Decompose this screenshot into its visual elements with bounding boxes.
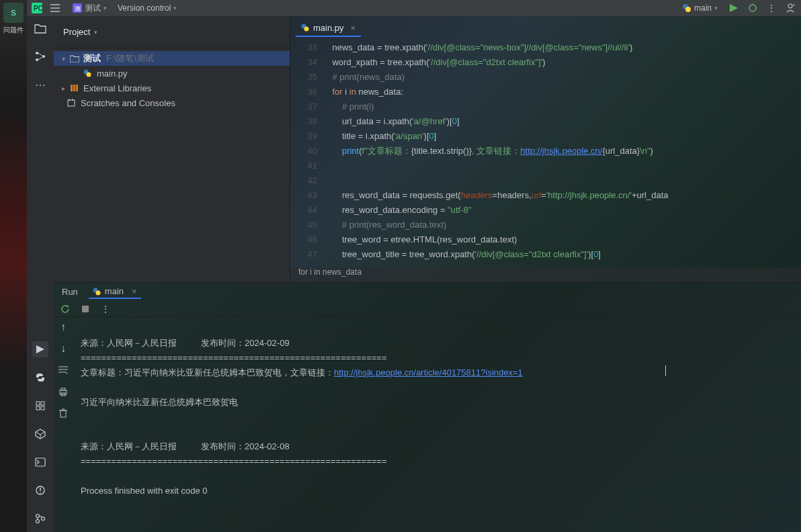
project-header-label: Project (63, 27, 90, 37)
chevron-down-icon: ▾ (59, 55, 67, 62)
run-tab-main[interactable]: main × (89, 285, 141, 299)
problems-tool-icon[interactable] (32, 482, 48, 498)
run-panel-title: Run (62, 287, 78, 297)
run-panel: Run main × ⋮ ↑ ↓ (54, 282, 801, 532)
editor-tabs: main.py × (290, 16, 801, 40)
svg-rect-53 (61, 388, 65, 390)
tree-root-path: F:\随笔\测试 (106, 52, 154, 64)
python-file-icon (83, 69, 94, 77)
svg-point-8 (685, 7, 691, 12)
tree-root-label: 测试 (83, 52, 101, 64)
desktop-app-icon[interactable]: S (3, 3, 24, 23)
console-link[interactable]: http://jhsjk.people.cn/article/40175811?… (334, 367, 523, 378)
run-button[interactable] (727, 1, 741, 15)
terminal-tool-icon[interactable] (32, 454, 48, 470)
down-arrow-icon[interactable]: ↓ (57, 343, 69, 355)
structure-tool-icon[interactable] (32, 48, 48, 64)
tree-scratches[interactable]: Scratches and Consoles (54, 95, 290, 110)
ide-window: PC 测 测试 ▾ Version control ▾ main ▾ ⋮ + (27, 0, 801, 532)
editor-tab-main[interactable]: main.py × (296, 20, 361, 37)
svg-point-47 (95, 290, 100, 295)
svg-point-17 (36, 58, 38, 61)
debug-button[interactable] (746, 1, 759, 15)
svg-line-26 (36, 432, 40, 435)
svg-marker-48 (67, 305, 69, 308)
rerun-button[interactable] (59, 303, 71, 315)
console-output[interactable]: 来源：人民网－人民日报 发布时间：2024-02-09 ============… (73, 317, 801, 532)
scratches-icon (67, 99, 78, 107)
tree-external-libs[interactable]: ▸ External Libraries (54, 81, 290, 95)
more-actions-icon[interactable]: ⋮ (765, 1, 778, 15)
print-icon[interactable] (57, 386, 69, 398)
svg-point-32 (40, 492, 41, 494)
svg-rect-24 (36, 406, 40, 410)
svg-point-33 (36, 515, 40, 518)
chevron-down-icon: ▾ (94, 29, 97, 36)
tree-file-label: main.py (97, 69, 128, 79)
python-icon (682, 3, 691, 13)
line-gutter: 333435363738394041424344454647 (290, 40, 323, 267)
project-panel-header[interactable]: Project ▾ (54, 16, 290, 48)
svg-text:PC: PC (34, 5, 42, 12)
chevron-right-icon: ▸ (59, 85, 67, 92)
soft-wrap-icon[interactable] (57, 364, 69, 376)
svg-marker-21 (36, 345, 44, 353)
svg-rect-38 (71, 85, 73, 91)
left-toolstrip: ⋯ (27, 16, 54, 532)
project-badge-icon: 测 (73, 3, 82, 13)
svg-text:测: 测 (75, 5, 81, 12)
delete-icon[interactable] (57, 407, 69, 419)
more-run-icon[interactable]: ⋮ (99, 303, 112, 315)
svg-point-45 (304, 27, 309, 32)
close-tab-icon[interactable]: × (132, 286, 137, 296)
svg-line-19 (38, 53, 42, 56)
run-tool-icon[interactable] (32, 341, 48, 357)
run-config-selector[interactable]: main ▾ (678, 2, 722, 14)
text-cursor (665, 365, 666, 376)
pycharm-logo-icon: PC (31, 2, 43, 14)
titlebar: PC 测 测试 ▾ Version control ▾ main ▾ ⋮ + (27, 0, 801, 16)
project-tool-icon[interactable] (32, 20, 48, 36)
breadcrumb[interactable]: for i in news_data (290, 267, 801, 282)
desktop-app-label: 问题件 (0, 26, 27, 35)
svg-point-10 (749, 5, 756, 11)
more-tool-icon[interactable]: ⋯ (32, 77, 48, 93)
project-name-label: 测试 (85, 3, 101, 14)
desktop-background-strip: S 问题件 (0, 0, 27, 532)
svg-point-34 (36, 520, 40, 523)
run-panel-header: Run main × (54, 283, 801, 302)
folder-icon (70, 54, 81, 62)
tree-root[interactable]: ▾ 测试 F:\随笔\测试 (54, 51, 290, 66)
library-icon (70, 84, 81, 92)
code-content[interactable]: news_data = tree.xpath('//div[@class="ne… (323, 40, 801, 267)
chevron-down-icon: ▾ (173, 5, 177, 11)
services-tool-icon[interactable] (32, 398, 48, 414)
code-editor[interactable]: 333435363738394041424344454647 news_data… (290, 40, 801, 267)
hamburger-menu-icon[interactable] (48, 1, 62, 15)
vcs-label: Version control (118, 3, 171, 13)
svg-rect-39 (73, 85, 75, 91)
python-file-icon (301, 24, 309, 32)
run-side-toolbar: ↑ ↓ (54, 317, 73, 532)
tree-external-label: External Libraries (83, 83, 151, 93)
run-tab-label: main (105, 286, 124, 296)
svg-line-27 (40, 432, 45, 435)
tree-file-main[interactable]: main.py (54, 66, 290, 81)
svg-point-37 (87, 73, 91, 77)
code-with-me-icon[interactable]: + (784, 1, 797, 15)
chevron-down-icon: ▾ (103, 5, 107, 11)
svg-rect-29 (36, 458, 45, 466)
python-packages-icon[interactable] (32, 426, 48, 442)
up-arrow-icon[interactable]: ↑ (57, 321, 69, 333)
project-dropdown[interactable]: 测 测试 ▾ (67, 1, 112, 15)
svg-rect-41 (68, 100, 75, 106)
run-config-label: main (694, 3, 712, 13)
svg-point-16 (36, 52, 38, 54)
vcs-menu[interactable]: Version control ▾ (112, 2, 182, 14)
svg-line-20 (38, 57, 42, 60)
close-tab-icon[interactable]: × (351, 23, 356, 33)
project-tree: ▾ 测试 F:\随笔\测试 main.py ▸ External (54, 48, 290, 113)
vcs-tool-icon[interactable] (32, 511, 48, 527)
python-console-icon[interactable] (32, 369, 48, 386)
stop-button[interactable] (79, 303, 91, 315)
